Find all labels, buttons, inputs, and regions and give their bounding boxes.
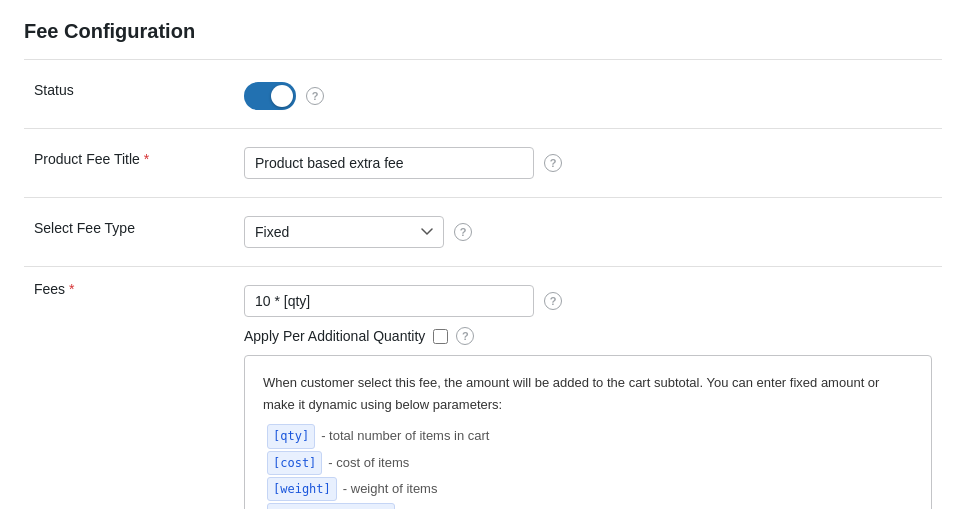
- status-row: Status ?: [24, 60, 942, 129]
- apply-per-qty-label: Apply Per Additional Quantity: [244, 328, 425, 344]
- param-row-min-fee: [fee min_fee=20] - Minimum fee to apply: [267, 503, 913, 509]
- fees-input-group: ?: [244, 285, 932, 317]
- fees-required: *: [69, 281, 74, 297]
- param-desc-min-fee: - Minimum fee to apply: [401, 504, 533, 509]
- param-desc-weight: - weight of items: [343, 478, 438, 500]
- fees-info-box: When customer select this fee, the amoun…: [244, 355, 932, 509]
- param-row-qty: [qty] - total number of items in cart: [267, 424, 913, 448]
- page-title: Fee Configuration: [24, 20, 942, 59]
- fee-type-select[interactable]: Fixed Percentage Custom: [244, 216, 444, 248]
- status-label: Status: [24, 60, 224, 129]
- status-help-icon[interactable]: ?: [306, 87, 324, 105]
- fees-input[interactable]: [244, 285, 534, 317]
- fee-configuration-panel: Fee Configuration Status ? Product Fee T…: [0, 0, 966, 509]
- param-tag-cost: [cost]: [267, 451, 322, 475]
- select-fee-type-group: Fixed Percentage Custom ?: [244, 216, 932, 248]
- form-table: Status ? Product Fee Title *: [24, 59, 942, 509]
- product-fee-title-label: Product Fee Title *: [24, 129, 224, 198]
- param-desc-qty: - total number of items in cart: [321, 425, 489, 447]
- status-toggle-wrapper: ?: [244, 78, 932, 110]
- product-fee-title-row: Product Fee Title * ?: [24, 129, 942, 198]
- apply-per-qty-checkbox[interactable]: [433, 329, 448, 344]
- toggle-slider: [244, 82, 296, 110]
- param-row-cost: [cost] - cost of items: [267, 451, 913, 475]
- fees-field-cell: ? Apply Per Additional Quantity ? When c…: [224, 267, 942, 510]
- info-box-params: [qty] - total number of items in cart [c…: [267, 424, 913, 509]
- fees-row: Fees * ? Apply Per Additional Quantity ?: [24, 267, 942, 510]
- product-fee-title-field-cell: ?: [224, 129, 942, 198]
- info-box-intro: When customer select this fee, the amoun…: [263, 372, 913, 416]
- param-tag-min-fee: [fee min_fee=20]: [267, 503, 395, 509]
- select-fee-type-help-icon[interactable]: ?: [454, 223, 472, 241]
- param-row-weight: [weight] - weight of items: [267, 477, 913, 501]
- fees-help-icon[interactable]: ?: [544, 292, 562, 310]
- status-toggle[interactable]: [244, 82, 296, 110]
- param-desc-cost: - cost of items: [328, 452, 409, 474]
- fees-field-group: ? Apply Per Additional Quantity ? When c…: [244, 285, 932, 509]
- select-fee-type-label: Select Fee Type: [24, 198, 224, 267]
- product-fee-title-input[interactable]: [244, 147, 534, 179]
- product-fee-title-group: ?: [244, 147, 932, 179]
- fees-label: Fees *: [24, 267, 224, 510]
- apply-per-qty-group: Apply Per Additional Quantity ?: [244, 327, 932, 345]
- param-tag-weight: [weight]: [267, 477, 337, 501]
- apply-per-qty-help-icon[interactable]: ?: [456, 327, 474, 345]
- status-field-cell: ?: [224, 60, 942, 129]
- param-tag-qty: [qty]: [267, 424, 315, 448]
- product-fee-title-required: *: [144, 151, 149, 167]
- select-fee-type-row: Select Fee Type Fixed Percentage Custom …: [24, 198, 942, 267]
- select-fee-type-field-cell: Fixed Percentage Custom ?: [224, 198, 942, 267]
- product-fee-title-help-icon[interactable]: ?: [544, 154, 562, 172]
